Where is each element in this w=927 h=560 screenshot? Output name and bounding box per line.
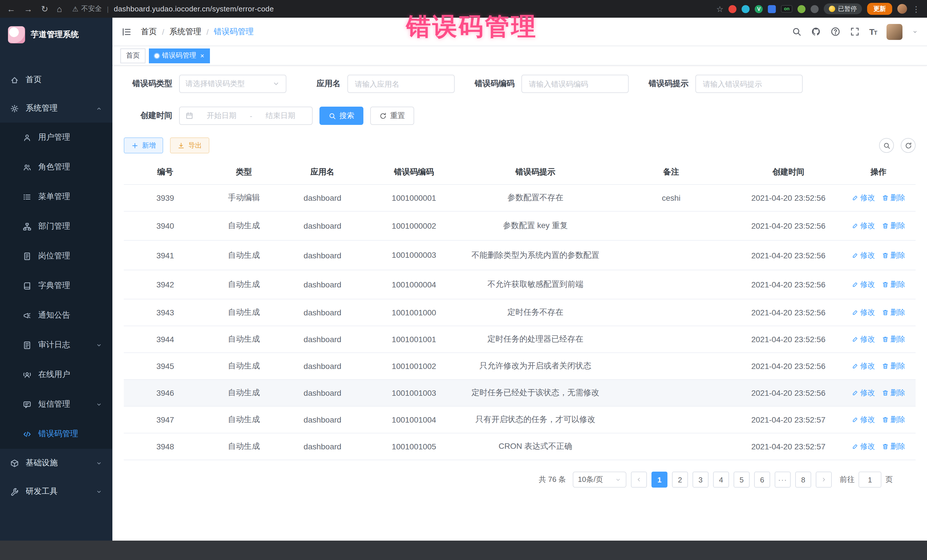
sidebar-toggle-icon[interactable]	[122, 27, 132, 37]
page-size-select[interactable]: 10条/页	[573, 472, 626, 487]
edit-link[interactable]: 修改	[852, 388, 875, 398]
cell-time: 2021-04-20 23:52:57	[736, 433, 842, 460]
edit-link[interactable]: 修改	[852, 193, 875, 203]
goto-page-input[interactable]	[859, 472, 881, 487]
search-icon[interactable]	[792, 27, 801, 36]
reload-icon[interactable]: ↻	[41, 5, 48, 13]
browser-profile-avatar[interactable]	[897, 4, 907, 14]
pager-prev-button[interactable]	[631, 472, 647, 487]
security-label[interactable]: 不安全	[81, 4, 102, 14]
sidebar-item-notice[interactable]: 通知公告	[0, 300, 112, 330]
export-button[interactable]: 导出	[170, 137, 209, 153]
edit-link[interactable]: 修改	[852, 307, 875, 318]
sidebar-logo[interactable]: 芋道管理系统	[0, 18, 112, 52]
edit-link[interactable]: 修改	[852, 279, 875, 290]
edit-link[interactable]: 修改	[852, 442, 875, 452]
pager-page-3[interactable]: 3	[693, 472, 708, 487]
app-name-label: 应用名	[309, 79, 340, 89]
sidebar-item-dev-tool[interactable]: 研发工具	[0, 477, 112, 506]
edit-link[interactable]: 修改	[852, 250, 875, 260]
error-code-input[interactable]	[521, 75, 629, 93]
back-icon[interactable]: ←	[7, 5, 15, 13]
url-text[interactable]: dashboard.yudao.iocoder.cn/system/error-…	[114, 5, 274, 13]
pager-page-5[interactable]: 5	[734, 472, 749, 487]
extension-blue-grid-icon[interactable]	[768, 5, 776, 13]
pager-page-4[interactable]: 4	[713, 472, 729, 487]
extension-green-v-icon[interactable]: V	[755, 5, 763, 13]
pager-page-6[interactable]: 6	[754, 472, 770, 487]
extension-leaf-icon[interactable]	[798, 5, 805, 13]
delete-link[interactable]: 删除	[882, 361, 905, 371]
extension-red-icon[interactable]	[728, 5, 737, 13]
help-question-icon[interactable]	[830, 27, 840, 36]
delete-link[interactable]: 删除	[882, 414, 905, 425]
edit-link[interactable]: 修改	[852, 414, 875, 425]
cell-app: dashboard	[281, 185, 364, 211]
delete-link[interactable]: 删除	[882, 307, 905, 318]
pager-page-2[interactable]: 2	[672, 472, 688, 487]
sidebar-item-infra[interactable]: 基础设施	[0, 449, 112, 477]
sidebar-item-dept[interactable]: 部门管理	[0, 212, 112, 241]
tab-home[interactable]: 首页	[120, 48, 146, 63]
edit-link[interactable]: 修改	[852, 221, 875, 231]
sidebar-item-dict[interactable]: 字典管理	[0, 271, 112, 300]
sidebar-item-error-code[interactable]: 错误码管理	[0, 419, 112, 449]
sidebar-item-system[interactable]: 系统管理	[0, 94, 112, 123]
update-button[interactable]: 更新	[867, 3, 892, 15]
cell-actions: 修改删除	[841, 406, 916, 433]
extension-puzzle-icon[interactable]	[811, 5, 819, 13]
sidebar-item-sms[interactable]: 短信管理	[0, 390, 112, 419]
chevron-down-icon[interactable]	[912, 29, 918, 35]
delete-link[interactable]: 删除	[882, 279, 905, 290]
show-search-toggle[interactable]	[879, 138, 894, 153]
pager-page-1[interactable]: 1	[652, 472, 667, 487]
sidebar-item-post[interactable]: 岗位管理	[0, 241, 112, 271]
github-icon[interactable]	[811, 27, 821, 36]
app-name-input[interactable]	[347, 75, 454, 93]
browser-menu-icon[interactable]: ⋮	[912, 5, 920, 13]
date-range-picker[interactable]: 开始日期 - 结束日期	[179, 107, 313, 125]
sidebar-item-menu[interactable]: 菜单管理	[0, 182, 112, 212]
delete-link[interactable]: 删除	[882, 221, 905, 231]
table-row: 3941自动生成dashboard1001000003不能删除类型为系统内置的参…	[124, 241, 916, 270]
breadcrumb-item[interactable]: 系统管理	[169, 27, 201, 37]
paused-badge[interactable]: 已暂停	[824, 3, 862, 14]
sidebar-item-user[interactable]: 用户管理	[0, 123, 112, 152]
pager-ellipsis[interactable]: ···	[775, 472, 791, 487]
font-size-icon[interactable]: TT	[869, 27, 877, 36]
refresh-table-button[interactable]	[901, 138, 916, 153]
forward-icon[interactable]: →	[24, 5, 32, 13]
fullscreen-icon[interactable]	[850, 27, 859, 36]
user-avatar[interactable]	[886, 24, 903, 39]
delete-link[interactable]: 删除	[882, 193, 905, 203]
sidebar-item-role[interactable]: 角色管理	[0, 152, 112, 182]
edit-link[interactable]: 修改	[852, 334, 875, 344]
extension-on-icon[interactable]: on	[781, 5, 792, 12]
edit-label: 修改	[860, 279, 875, 290]
bookmark-star-icon[interactable]: ☆	[716, 5, 723, 13]
end-date-placeholder[interactable]: 结束日期	[254, 111, 306, 121]
error-type-select[interactable]: 请选择错误码类型	[179, 75, 286, 93]
breadcrumb-item[interactable]: 首页	[141, 27, 157, 37]
extension-teal-icon[interactable]	[742, 5, 749, 13]
pager-page-8[interactable]: 8	[795, 472, 811, 487]
sidebar-item-audit-log[interactable]: 审计日志	[0, 330, 112, 360]
search-button[interactable]: 搜索	[319, 107, 363, 125]
cell-app: dashboard	[281, 326, 364, 353]
sidebar-item-online[interactable]: 在线用户	[0, 360, 112, 390]
delete-link[interactable]: 删除	[882, 250, 905, 260]
sidebar-item-home[interactable]: 首页	[0, 65, 112, 94]
browser-home-icon[interactable]: ⌂	[57, 5, 62, 13]
tab-error-code[interactable]: 错误码管理×	[149, 48, 210, 63]
add-button[interactable]: 新增	[124, 137, 163, 153]
delete-link[interactable]: 删除	[882, 442, 905, 452]
start-date-placeholder[interactable]: 开始日期	[196, 111, 248, 121]
pager-next-button[interactable]	[816, 472, 832, 487]
screen: ← → ↻ ⌂ ⚠ 不安全 | dashboard.yudao.iocoder.…	[0, 0, 927, 560]
edit-link[interactable]: 修改	[852, 361, 875, 371]
error-msg-input[interactable]	[695, 75, 802, 93]
delete-link[interactable]: 删除	[882, 334, 905, 344]
delete-link[interactable]: 删除	[882, 388, 905, 398]
tab-close-icon[interactable]: ×	[200, 52, 204, 59]
reset-button[interactable]: 重置	[370, 107, 414, 125]
